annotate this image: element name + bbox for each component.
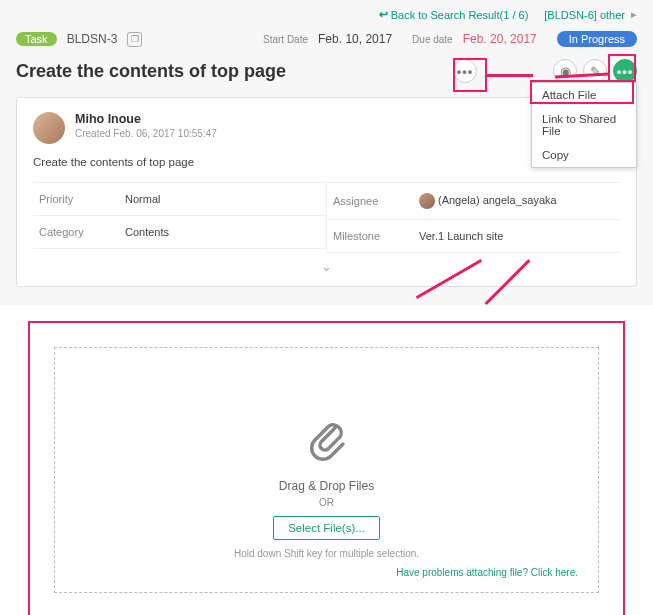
copy-key-icon[interactable]: ❐: [127, 32, 142, 47]
drag-drop-label: Drag & Drop Files: [75, 479, 578, 493]
watch-icon[interactable]: ◉: [553, 59, 577, 83]
more-menu-button-gray[interactable]: •••: [453, 59, 477, 83]
created-label: Created: [75, 128, 111, 139]
back-to-search-link[interactable]: Back to Search Result(1 / 6): [379, 8, 529, 21]
or-label: OR: [75, 497, 578, 508]
due-date-label: Due date: [412, 34, 453, 45]
next-label: [BLDSN-6] other: [544, 9, 625, 21]
connector-line: [487, 74, 533, 77]
upload-dropzone[interactable]: Drag & Drop Files OR Select File(s)... H…: [54, 347, 599, 593]
next-issue-link[interactable]: [BLDSN-6] other: [544, 8, 637, 21]
edit-icon[interactable]: ✎: [583, 59, 607, 83]
upload-problems-link[interactable]: Have problems attaching file? Click here…: [75, 567, 578, 578]
milestone-value: Ver.1 Launch site: [419, 230, 503, 242]
status-pill[interactable]: In Progress: [557, 31, 637, 47]
issue-type-pill: Task: [16, 32, 57, 46]
select-files-button[interactable]: Select File(s)...: [273, 516, 380, 540]
back-label: Back to Search Result(1 / 6): [391, 9, 529, 21]
creator-name: Miho Inoue: [75, 112, 141, 126]
page-title: Create the contents of top page: [16, 61, 447, 82]
due-date-value: Feb. 20, 2017: [463, 32, 537, 46]
created-value: Feb. 06, 2017 10:55:47: [113, 128, 216, 139]
more-menu-button-green[interactable]: •••: [613, 59, 637, 83]
start-date-value: Feb. 10, 2017: [318, 32, 392, 46]
menu-copy[interactable]: Copy: [532, 143, 636, 167]
priority-label: Priority: [39, 193, 119, 205]
menu-link-shared[interactable]: Link to Shared File: [532, 107, 636, 143]
menu-attach-file[interactable]: Attach File: [532, 83, 636, 107]
category-value: Contents: [125, 226, 169, 238]
upload-panel-highlight: Drag & Drop Files OR Select File(s)... H…: [28, 321, 625, 615]
milestone-label: Milestone: [333, 230, 413, 242]
avatar: [33, 112, 65, 144]
issue-key: BLDSN-3: [67, 32, 118, 46]
category-label: Category: [39, 226, 119, 238]
priority-value: Normal: [125, 193, 160, 205]
assignee-label: Assignee: [333, 195, 413, 207]
paperclip-icon: [75, 418, 578, 471]
start-date-label: Start Date: [263, 34, 308, 45]
expand-card-chevron[interactable]: ⌄: [33, 253, 620, 280]
upload-hint: Hold down Shift key for multiple selecti…: [75, 548, 578, 559]
assignee-avatar: [419, 193, 435, 209]
more-dropdown: Attach File Link to Shared File Copy: [531, 82, 637, 168]
assignee-value: (Angela) angela_sayaka: [419, 193, 557, 209]
